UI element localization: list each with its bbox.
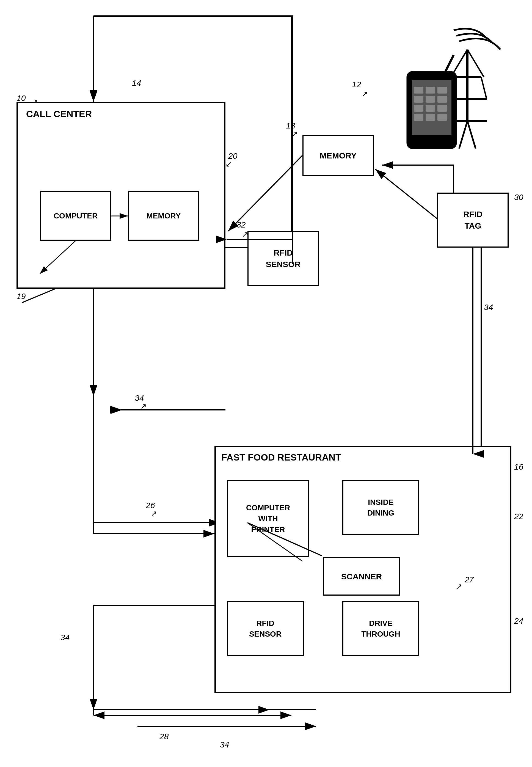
svg-line-31 — [467, 121, 476, 148]
svg-line-46 — [445, 55, 454, 71]
ref-26: 26 — [146, 501, 155, 510]
ref-32: 32 — [236, 220, 246, 229]
svg-line-57 — [228, 155, 302, 231]
rfid-tag-box: RFIDTAG — [437, 192, 509, 247]
svg-rect-34 — [414, 87, 423, 93]
rfid-sensor-top-box: RFIDSENSOR — [247, 231, 319, 286]
scanner-box: SCANNER — [323, 557, 400, 596]
ref-16: 16 — [514, 462, 523, 472]
ref-28: 28 — [159, 732, 169, 741]
fast-food-label: FAST FOOD RESTAURANT — [221, 452, 341, 463]
svg-rect-40 — [414, 105, 423, 112]
ref-34c: 34 — [60, 633, 70, 642]
ref-27: 27 — [465, 575, 474, 584]
drive-through-box: DRIVETHROUGH — [342, 601, 419, 656]
mobile-device-area — [371, 16, 509, 168]
ref-34a: 34 — [484, 302, 493, 312]
memory-outside-box: MEMORY — [302, 135, 374, 176]
svg-rect-44 — [426, 114, 435, 121]
call-center-box: CALL CENTER COMPUTER MEMORY — [16, 102, 225, 289]
svg-rect-45 — [437, 114, 447, 121]
ref-14: 14 — [132, 78, 141, 88]
svg-rect-38 — [426, 96, 435, 103]
fast-food-restaurant-box: FAST FOOD RESTAURANT COMPUTERWITHPRINTER… — [214, 446, 511, 693]
svg-rect-36 — [437, 87, 447, 93]
svg-rect-37 — [414, 96, 423, 103]
svg-rect-41 — [426, 105, 435, 112]
ref-24: 24 — [514, 616, 523, 626]
ref-34d: 34 — [220, 740, 229, 749]
svg-line-21 — [40, 241, 76, 274]
ref-19: 19 — [16, 291, 26, 301]
svg-line-27 — [467, 49, 484, 77]
svg-rect-42 — [437, 105, 447, 112]
ref-18: 18 — [286, 121, 295, 130]
ref-20: 20 — [228, 151, 237, 161]
svg-line-29 — [481, 77, 487, 99]
ref-30: 30 — [514, 192, 523, 202]
computer-with-printer-box: COMPUTERWITHPRINTER — [227, 480, 309, 557]
ref-34b: 34 — [135, 394, 144, 403]
rfid-sensor-bottom-box: RFIDSENSOR — [227, 601, 304, 656]
svg-line-62 — [22, 289, 55, 302]
svg-rect-35 — [426, 87, 435, 93]
ref-22: 22 — [514, 512, 523, 521]
svg-line-56 — [375, 169, 437, 219]
svg-line-30 — [459, 121, 467, 148]
inside-dining-box: INSIDEDINING — [342, 480, 419, 535]
ref-12: 12 — [352, 80, 361, 89]
svg-rect-43 — [414, 114, 423, 121]
svg-rect-39 — [437, 96, 447, 103]
